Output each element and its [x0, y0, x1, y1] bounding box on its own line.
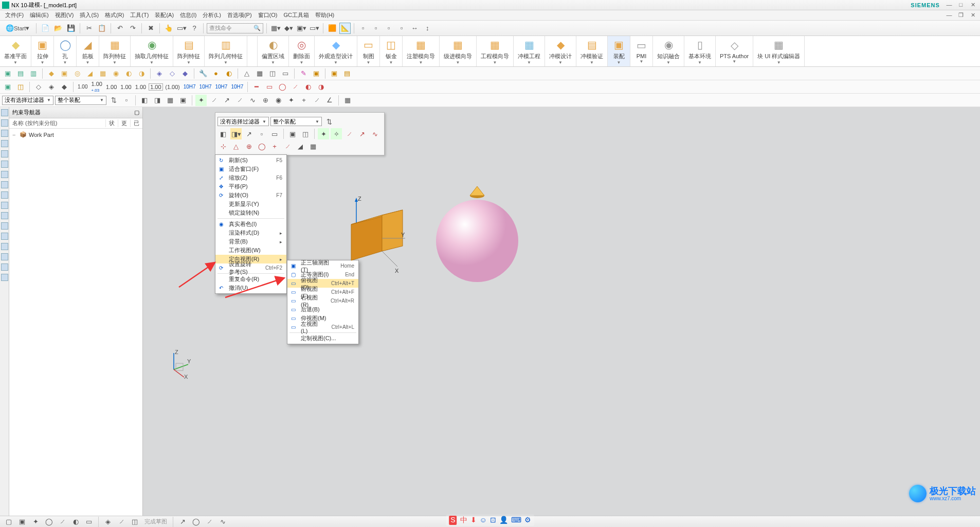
- menu-item[interactable]: ✥平移(P): [215, 182, 286, 191]
- ribbon-阵列特征[interactable]: ▦阵列特征▼: [99, 36, 131, 66]
- snap-icon[interactable]: ◉: [273, 95, 284, 106]
- cut-icon[interactable]: ✂: [83, 23, 95, 34]
- ribbon-块 UI 样式编辑器[interactable]: ▦块 UI 样式编辑器▼: [753, 36, 805, 66]
- t3-icon[interactable]: ◐: [302, 81, 314, 93]
- tol-value[interactable]: 1.00: [105, 84, 118, 90]
- menu-assembly[interactable]: 装配(A): [152, 11, 177, 19]
- window-icon[interactable]: ▭▾: [176, 23, 187, 34]
- tool3-icon[interactable]: ▣▾: [296, 23, 307, 34]
- t2-icon[interactable]: ▦: [97, 68, 108, 79]
- float-icon[interactable]: ✦: [318, 128, 329, 139]
- t2-icon[interactable]: ▣: [311, 68, 322, 79]
- assembly-filter[interactable]: 整个装配▼: [55, 96, 106, 105]
- redo-icon[interactable]: ↷: [127, 23, 138, 34]
- ribbon-知识融合[interactable]: ◉知识融合▼: [653, 36, 684, 66]
- t3-icon[interactable]: ━: [251, 81, 262, 93]
- tool10-icon[interactable]: ▫: [396, 23, 407, 34]
- t3-icon[interactable]: ◯: [277, 81, 288, 93]
- sb-icon[interactable]: ⟋: [204, 516, 215, 528]
- snap-icon[interactable]: ⟋: [208, 95, 220, 106]
- ribbon-钣金[interactable]: ◫钣金▼: [380, 36, 403, 66]
- float-icon[interactable]: ↗: [356, 128, 368, 139]
- float-icon[interactable]: ⊹: [217, 140, 229, 152]
- tol-value[interactable]: 1.00: [149, 83, 162, 91]
- menu-item[interactable]: ⟳设置旋转参考(S)Ctrl+F2: [215, 264, 286, 272]
- rail-icon[interactable]: [1, 264, 8, 271]
- menu-item[interactable]: 定制视图(C)...: [287, 334, 358, 343]
- tol-value[interactable]: 1.00: [119, 84, 132, 90]
- selection-filter[interactable]: 没有选择过滤器▼: [2, 96, 53, 105]
- float-icon[interactable]: △: [230, 140, 242, 152]
- menu-gc[interactable]: GC工具箱: [280, 11, 312, 19]
- sb-icon[interactable]: ▭: [83, 516, 95, 528]
- sb-icon[interactable]: ⟋: [57, 516, 68, 528]
- float-icon[interactable]: ▣: [287, 128, 298, 139]
- tol-value[interactable]: 1.00+.03: [90, 81, 103, 93]
- tool6-icon[interactable]: 📐: [339, 23, 351, 34]
- rail-icon[interactable]: [1, 274, 8, 281]
- menu-view[interactable]: 视图(V): [52, 11, 77, 19]
- snap-icon[interactable]: ∠: [324, 95, 335, 106]
- sb-icon[interactable]: ✦: [30, 516, 41, 528]
- tool-icon[interactable]: ▦▾: [270, 23, 281, 34]
- ribbon-阵列几何特征[interactable]: ▥阵列几何特征▼: [205, 36, 247, 66]
- menu-item[interactable]: 背景(B)▸: [215, 237, 286, 246]
- t2-icon[interactable]: ◑: [136, 68, 147, 79]
- t4-icon[interactable]: ⇅: [108, 95, 119, 106]
- t4-icon[interactable]: ▦: [165, 95, 176, 106]
- ribbon-冲模验证[interactable]: ▤冲模验证▼: [576, 36, 608, 66]
- float-icon[interactable]: ⊕: [243, 140, 255, 152]
- tol-value[interactable]: (1.00): [165, 84, 181, 90]
- t2-icon[interactable]: 🔧: [197, 68, 209, 79]
- ribbon-PTS Author[interactable]: ◇PTS Author▼: [716, 36, 753, 66]
- touch-icon[interactable]: 👆: [163, 23, 174, 34]
- open-icon[interactable]: 📂: [52, 23, 64, 34]
- menu-item[interactable]: ⟳旋转(O)F7: [215, 191, 286, 200]
- tool11-icon[interactable]: ↔: [409, 23, 420, 34]
- menu-info[interactable]: 信息(I): [177, 11, 199, 19]
- menu-tools[interactable]: 工具(T): [127, 11, 152, 19]
- rail-icon[interactable]: [1, 202, 8, 209]
- copy-icon[interactable]: 📋: [96, 23, 107, 34]
- sb-icon[interactable]: ◯: [43, 516, 55, 528]
- ribbon-阵列特征[interactable]: ▤阵列特征▼: [173, 36, 205, 66]
- t4-icon[interactable]: ◨: [152, 95, 163, 106]
- t2-icon[interactable]: ▤: [341, 68, 353, 79]
- nav-col[interactable]: 已: [130, 119, 142, 127]
- t2-icon[interactable]: ◢: [84, 68, 96, 79]
- t3-icon[interactable]: ◈: [46, 81, 57, 93]
- sb-icon[interactable]: ◫: [129, 516, 140, 528]
- ribbon-注塑模向导[interactable]: ▦注塑模向导▼: [403, 36, 440, 66]
- float-icon[interactable]: ▭: [269, 128, 280, 139]
- rail-icon[interactable]: [1, 140, 8, 147]
- sb-icon[interactable]: ◐: [70, 516, 81, 528]
- t2-icon[interactable]: ▣: [329, 68, 340, 79]
- t3-icon[interactable]: ◆: [59, 81, 70, 93]
- menu-edit[interactable]: 编辑(E): [27, 11, 52, 19]
- close-button[interactable]: ✕: [968, 2, 978, 8]
- snap-icon[interactable]: ✦: [195, 95, 207, 106]
- save-icon[interactable]: 💾: [65, 23, 77, 34]
- snap-icon[interactable]: ↗: [221, 95, 232, 106]
- t2-icon[interactable]: ◐: [223, 68, 234, 79]
- menu-pref[interactable]: 首选项(P): [224, 11, 255, 19]
- menu-item[interactable]: ◉真实着色(I): [215, 220, 286, 229]
- ribbon-删除面[interactable]: ◎删除面▼: [289, 36, 315, 66]
- nav-col[interactable]: 状: [105, 119, 118, 127]
- tool9-icon[interactable]: ▫: [383, 23, 394, 34]
- tol-value[interactable]: 1.00: [134, 84, 147, 90]
- delete-icon[interactable]: ✖: [145, 23, 156, 34]
- rail-icon[interactable]: [1, 119, 8, 127]
- tool2-icon[interactable]: ◆▾: [283, 23, 294, 34]
- snap-icon[interactable]: ∿: [247, 95, 258, 106]
- snap-icon[interactable]: ✦: [285, 95, 297, 106]
- menu-item[interactable]: ▭前视图(F)Ctrl+Alt+F: [287, 288, 358, 296]
- ribbon-冲模设计[interactable]: ◆冲模设计▼: [545, 36, 576, 66]
- t2-icon[interactable]: ◐: [123, 68, 134, 79]
- rail-icon[interactable]: [1, 150, 8, 157]
- sb-icon[interactable]: ▣: [16, 516, 28, 528]
- t4-icon[interactable]: ▦: [342, 95, 353, 106]
- menu-help[interactable]: 帮助(H): [312, 11, 337, 19]
- model-cube[interactable]: Z Y X: [333, 195, 405, 282]
- nav-col[interactable]: 更: [118, 119, 130, 127]
